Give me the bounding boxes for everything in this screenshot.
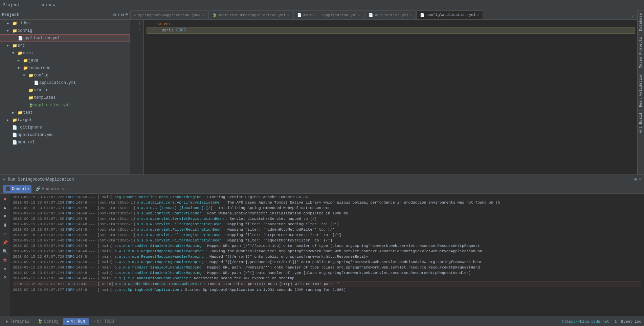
bb-tab-terminal[interactable]: ▶ Terminal [3, 318, 33, 325]
console-level: INFO [66, 276, 74, 281]
tab-close-main2[interactable]: ✕ [359, 13, 361, 17]
help-button[interactable]: ? [1, 274, 9, 282]
console-class[interactable]: o.s.j.e.a.AnnotationMBeanExporter [114, 276, 188, 281]
console-class[interactable]: o.s.b.w.servlet.FilterRegistrationBean [137, 232, 222, 238]
tab-main-app-yml2[interactable]: 📄 main\...\application.yml ✕ [293, 10, 364, 19]
scroll-down-button[interactable]: ▼ [1, 213, 9, 220]
tree-item-resources[interactable]: ▼ 📁 resources [0, 64, 130, 72]
wrap-button[interactable]: ↩ [1, 230, 9, 238]
todo-icon: ✓ [93, 319, 96, 324]
console-level: INFO [66, 227, 74, 232]
tab-icon-main: 🍃 [212, 13, 217, 17]
console-timestamp: 2018-09-15 23:07:07.221 [13, 194, 64, 200]
tab-close-springboot[interactable]: ✕ [202, 13, 204, 17]
tree-item-templates[interactable]: 📁 templates [0, 94, 130, 101]
right-panel-bean[interactable]: Bean Validation [638, 71, 644, 110]
code-area[interactable]: server: port: 8083 [144, 20, 637, 174]
tree-item-test[interactable]: ▶ 📁 test [0, 109, 130, 116]
tree-item-java[interactable]: ▶ 📁 java [0, 57, 130, 64]
sidebar-icon-1[interactable]: ⚙ [113, 12, 116, 18]
tree-item-config-app-yml[interactable]: 📄 application.yml [0, 34, 130, 42]
console-class[interactable]: o.s.b.w.servlet.FilterRegistrationBean [137, 222, 222, 227]
console-line: 2018-09-15 23:07:07.540INFO14848--- [ ma… [13, 243, 641, 249]
tree-item-src[interactable]: ▼ 📁 src [0, 42, 130, 49]
sidebar-icon-4[interactable]: ≡ [125, 12, 128, 18]
console-class[interactable]: o.s.w.s.handler.SimpleUrlHandlerMapping [114, 270, 201, 276]
tab-close-main[interactable]: ✕ [287, 13, 289, 17]
main-container: Project ⚙ ↕ ⚙ ≡ Project ⚙ ↕ ⚙ ≡ [0, 0, 644, 326]
tab-close-config[interactable]: ✕ [477, 13, 479, 17]
tab-springboot-app[interactable]: ☕ Springboot04Application.java ✕ [130, 10, 208, 19]
console-class[interactable]: o.s.b.w.servlet.ServletRegistrationBean [137, 216, 224, 222]
settings-icon[interactable]: ⚙ [635, 177, 637, 182]
event-log-tab[interactable]: 2: Event Log [615, 320, 641, 324]
tree-item-idea[interactable]: ▶ 📁 .idea [0, 20, 130, 27]
tree-item-pom[interactable]: 📄 pom.xml [0, 139, 130, 146]
console-class[interactable]: o.s.w.s.handler.SimpleUrlHandlerMapping [114, 243, 201, 249]
tree-item-config[interactable]: ▼ 📁 config [0, 27, 130, 34]
console-class[interactable]: o.s.b.w.servlet.FilterRegistrationBean [137, 227, 222, 232]
bottom-tab-endpoints[interactable]: 🔗 Endpoints ✕ [33, 185, 70, 193]
tab-config-app-yml[interactable]: 📄 config\application.yml ✕ [416, 10, 483, 19]
file-icon: 📄 [33, 80, 39, 86]
tree-label-pom: pom.xml [18, 140, 35, 145]
right-panel-ant[interactable]: Ant Build [638, 110, 644, 136]
console-class[interactable]: o.s.b.w.embedded.tomcat.TomcatWebServer [115, 281, 202, 287]
pause-button[interactable]: ⏸ [1, 222, 9, 229]
filter-button[interactable]: 🔍 [1, 248, 9, 255]
toolbar-icon-sync[interactable]: ⚙ [41, 2, 44, 7]
console-class[interactable]: o.s.w.s.handler.SimpleUrlHandlerMapping [114, 265, 201, 270]
console-class[interactable]: o.s.web.context.ContextLoader [137, 211, 201, 216]
tab-main-app-yml[interactable]: 🍃 main\resources\application.yml ✕ [208, 10, 293, 19]
right-panel-database[interactable]: Database [638, 10, 644, 34]
toolbar-icon-up[interactable]: ↕ [45, 3, 48, 7]
console-class[interactable]: s.w.s.m.m.a.RequestMappingHandlerAdapter [114, 249, 204, 254]
tree-arrow-java: ▶ [18, 59, 22, 63]
pin-button[interactable]: 📌 [1, 239, 9, 247]
console-class[interactable]: s.w.s.m.m.a.RequestMappingHandlerMapping [114, 254, 204, 259]
right-panels: Database Maven Projects Bean Validation … [637, 10, 644, 174]
console-pid: 14848 [76, 194, 87, 200]
console-level: INFO [66, 200, 74, 205]
tree-label-test: test [23, 110, 33, 115]
right-panel-maven[interactable]: Maven Projects [638, 34, 644, 71]
code-line-2: port: 8083 [147, 27, 635, 34]
toolbar-icon-menu[interactable]: ≡ [53, 3, 55, 7]
console-class[interactable]: o.a.catalina.core.AprLifecycleListener [137, 200, 222, 205]
tab-app-yml[interactable]: 📄 application.yml ✕ [365, 10, 416, 19]
tree-item-main[interactable]: ▼ 📁 main [0, 49, 130, 57]
endpoints-close[interactable]: ✕ [65, 187, 67, 191]
tree-item-target[interactable]: ▶ 📁 target [0, 116, 130, 124]
tree-label-static: static [34, 88, 48, 93]
bb-tab-spring[interactable]: 🍃 Spring [34, 318, 62, 325]
tab-label-main2: main\...\application.yml [304, 13, 357, 17]
toolbar-icon-settings[interactable]: ⚙ [49, 2, 51, 7]
bb-tab-run[interactable]: ▶ 4: Run [63, 318, 88, 325]
scroll-up-button[interactable]: ▲ [1, 204, 9, 211]
console-message: : Mapped URL path [/webjars/**] onto han… [203, 265, 480, 270]
settings-console-button[interactable]: ⚙ [1, 265, 9, 273]
tab-close-app[interactable]: ✕ [410, 13, 412, 17]
console-class[interactable]: s.w.s.m.m.a.RequestMappingHandlerMapping [114, 259, 204, 265]
tree-item-root-app-yml[interactable]: 📄 application.yml [0, 131, 130, 139]
bottom-tab-console[interactable]: ⬛ Console [3, 185, 31, 193]
menu-icon[interactable]: ≡ [639, 177, 641, 182]
tree-item-resources-config[interactable]: ▼ 📁 config [0, 72, 130, 79]
sidebar-icon-3[interactable]: ⚙ [121, 12, 124, 18]
sidebar-icon-2[interactable]: ↕ [117, 12, 120, 18]
clear-button[interactable]: 🗑 [1, 257, 9, 264]
console-output[interactable]: 2018-09-15 23:07:07.221INFO14848--- [ ma… [10, 194, 644, 317]
console-class[interactable]: c.n.s.Springboot04Application [114, 287, 179, 293]
tree-item-gitignore[interactable]: 📄 .gitignore [0, 124, 130, 131]
tree-item-app-yml-green[interactable]: 🍃 application.yml [0, 101, 130, 109]
stop-button[interactable]: ■ [1, 195, 9, 203]
bb-tab-todo[interactable]: ✓ 6: TODO [90, 318, 118, 325]
console-thread: --- [ost-startStop-1] [88, 211, 135, 216]
console-class[interactable]: o.a.c.c.C.[Tomcat].[localhost].[/] [137, 205, 213, 211]
console-class[interactable]: o.s.b.w.servlet.FilterRegistrationBean [137, 238, 222, 243]
tree-item-static[interactable]: 📁 static [0, 87, 130, 94]
console-message: : Root WebApplicationContext: initializa… [203, 211, 348, 216]
tree-item-nested-app-yml[interactable]: 📄 application.yml [0, 79, 130, 87]
tree-arrow-config: ▼ [7, 29, 12, 33]
console-class[interactable]: org.apache.catalina.core.StandardEngine [114, 194, 201, 200]
